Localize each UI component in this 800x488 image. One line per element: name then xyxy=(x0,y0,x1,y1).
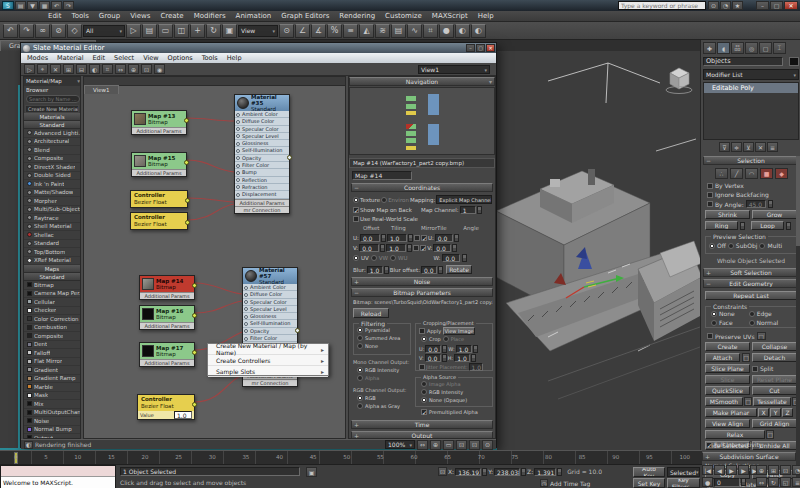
menu-item[interactable]: Group xyxy=(99,12,120,20)
browser-item[interactable]: DirectX Shader xyxy=(24,163,80,172)
material-input-slot[interactable]: Specular Level xyxy=(243,306,297,313)
vertex-subobject-icon[interactable]: ∴ xyxy=(715,168,728,179)
jitter-checkbox[interactable] xyxy=(419,364,425,370)
selection-region-icon[interactable]: ▭ xyxy=(158,24,173,38)
browser-group-maps[interactable]: Maps xyxy=(24,265,80,273)
browser-item[interactable]: Bitmap xyxy=(24,281,80,290)
slot-socket[interactable] xyxy=(244,315,248,319)
select-and-move-icon[interactable]: + xyxy=(190,24,205,38)
stack-item[interactable]: Editable Poly xyxy=(704,83,798,93)
coordinates-rollout-header[interactable]: −Coordinates xyxy=(351,183,493,192)
browser-item[interactable]: Top/Bottom xyxy=(24,248,80,257)
open-file-icon[interactable]: ▼ xyxy=(27,1,38,10)
time-tag-icon[interactable]: ◷ xyxy=(540,479,548,487)
map14-node-selected[interactable]: Map #14Bitmap Additional Params xyxy=(139,275,195,300)
browser-group-standard[interactable]: Standard xyxy=(24,121,80,129)
navigation-header[interactable]: Navigation▾ xyxy=(349,77,495,86)
constraint-none-radio[interactable] xyxy=(711,311,717,317)
editor-close-icon[interactable]: ✕ xyxy=(486,44,495,52)
menu-item[interactable]: Create xyxy=(160,12,183,20)
utilities-tab-icon[interactable]: ⌶ xyxy=(773,42,786,54)
reload-button[interactable]: Reload xyxy=(353,308,389,318)
loop-spinner[interactable] xyxy=(786,222,791,230)
element-subobject-icon[interactable]: ◆ xyxy=(775,168,788,179)
preview-subobj-radio[interactable] xyxy=(728,243,734,249)
browser-item[interactable]: Shell Material xyxy=(24,223,80,232)
slot-socket[interactable] xyxy=(236,142,240,146)
preview-off-radio[interactable] xyxy=(709,243,715,249)
reset-plane-button[interactable]: Reset Plane xyxy=(752,375,797,384)
zoom-viewport-icon[interactable]: ⊕ xyxy=(756,465,767,475)
browser-item[interactable]: Ink 'n Paint xyxy=(24,180,80,189)
noise-rollout-header[interactable]: +Noise xyxy=(351,277,493,286)
attach-button[interactable]: Attach xyxy=(705,353,740,362)
editor-delete-selected-icon[interactable]: ✕ xyxy=(50,64,61,74)
slot-socket[interactable] xyxy=(244,293,248,297)
output-rollout-header[interactable]: +Output xyxy=(351,431,493,439)
slice-plane-button[interactable]: Slice Plane xyxy=(705,364,750,373)
slot-socket[interactable] xyxy=(236,113,240,117)
select-and-scale-icon[interactable]: ▣ xyxy=(222,24,237,38)
shrink-button[interactable]: Shrink xyxy=(705,210,750,219)
split-checkbox[interactable] xyxy=(752,366,758,372)
editor-layout-children-icon[interactable]: ⊟ xyxy=(76,64,87,74)
editor-menu-item[interactable]: Modes xyxy=(27,54,48,62)
slot-socket[interactable] xyxy=(236,120,240,124)
selection-filter-dropdown[interactable]: All▾ xyxy=(83,25,125,37)
spinner-snap-icon[interactable]: ≡ xyxy=(343,24,358,38)
editor-menu-item[interactable]: View xyxy=(143,54,158,62)
browser-item[interactable]: Color Correction xyxy=(24,315,80,324)
editor-select-tool-icon[interactable]: ▷ xyxy=(24,64,35,74)
crop-v-field[interactable]: 0.0 xyxy=(425,354,441,362)
none-opaque-radio[interactable] xyxy=(421,397,427,403)
field-of-view-icon[interactable]: ◔ xyxy=(792,465,800,475)
maxscript-listener[interactable]: Welcome to MAXScript. xyxy=(0,465,116,488)
map17-node[interactable]: Map #17Bitmap Additional Params xyxy=(139,342,195,367)
map13-node[interactable]: Map #13Bitmap Additional Params xyxy=(131,110,187,135)
material-input-slot[interactable]: Self-Illumination xyxy=(243,320,297,327)
frame-spinner[interactable] xyxy=(741,478,746,486)
previous-frame-icon[interactable]: ◀ xyxy=(714,465,725,475)
undo-icon[interactable]: ↶ xyxy=(51,1,62,10)
slot-socket[interactable] xyxy=(236,156,240,160)
map16-node[interactable]: Map #16Bitmap Additional Params xyxy=(139,305,195,330)
material-input-slot[interactable]: Ambient Color xyxy=(235,111,289,118)
make-planar-x-button[interactable]: X xyxy=(758,408,769,417)
place-radio[interactable] xyxy=(443,336,449,342)
track-bar[interactable]: 0510152025303540455055606570758085909510… xyxy=(0,450,702,464)
browser-create-new-bar[interactable]: Create New Material / M... xyxy=(25,105,79,113)
edit-geometry-rollout-header[interactable]: −Edit Geometry xyxy=(703,279,799,288)
add-time-tag[interactable]: Add Time Tag xyxy=(550,480,590,487)
reference-coordinate-dropdown[interactable]: View▾ xyxy=(238,25,278,37)
w-angle-field[interactable]: 0.0 xyxy=(442,254,460,262)
crop-h-field[interactable]: 1.0 xyxy=(454,354,470,362)
u-tile-checkbox[interactable] xyxy=(421,235,427,241)
menu-item[interactable]: Customize xyxy=(385,12,422,20)
slot-socket[interactable] xyxy=(236,193,240,197)
slot-socket[interactable] xyxy=(236,178,240,182)
viewcube[interactable] xyxy=(662,61,696,95)
material-input-slot[interactable]: Self-Illumination xyxy=(235,147,289,154)
grow-button[interactable]: Grow xyxy=(752,210,797,219)
browser-item[interactable]: Gradient xyxy=(24,366,80,375)
material-input-slot[interactable]: Opacity xyxy=(243,328,297,335)
browser-group-standard-maps[interactable]: Standard xyxy=(24,273,80,281)
by-vertex-checkbox[interactable] xyxy=(707,183,713,189)
map15-additional-params[interactable]: Additional Params xyxy=(132,169,186,176)
navigator-minimap[interactable] xyxy=(349,87,495,155)
material-input-slot[interactable]: Refraction xyxy=(235,184,289,191)
v-tile-checkbox[interactable] xyxy=(420,245,426,251)
material-input-slot[interactable]: Opacity xyxy=(235,155,289,162)
next-frame-icon[interactable]: ▶ xyxy=(738,465,749,475)
preserve-uvs-settings-icon[interactable]: □ xyxy=(757,332,766,340)
relax-settings-icon[interactable]: □ xyxy=(766,430,774,439)
mapping-dropdown[interactable]: Explicit Map Channel▾ xyxy=(436,195,492,204)
render-setup-icon[interactable]: ◐ xyxy=(455,24,470,38)
slot-socket[interactable] xyxy=(244,329,248,333)
detach-button[interactable]: Detach xyxy=(752,353,797,362)
motion-tab-icon[interactable]: ◎ xyxy=(745,42,758,54)
full-interactivity-checkbox[interactable] xyxy=(706,442,712,448)
material35-additional-params[interactable]: Additional Params xyxy=(235,199,289,206)
editor-menu-item[interactable]: Help xyxy=(227,54,242,62)
browser-header[interactable]: Material/Map Browser▾ xyxy=(24,77,80,86)
